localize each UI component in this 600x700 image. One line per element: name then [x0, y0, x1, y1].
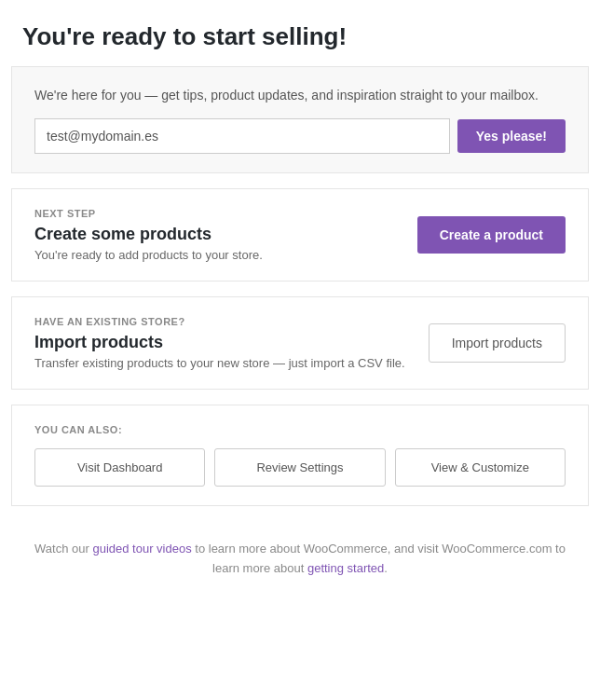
email-input[interactable]	[34, 118, 450, 154]
also-label: YOU CAN ALSO:	[34, 424, 566, 435]
create-product-button[interactable]: Create a product	[417, 216, 566, 254]
newsletter-description: We're here for you — get tips, product u…	[34, 86, 566, 105]
page-title: You're ready to start selling!	[0, 0, 600, 66]
import-title: Import products	[34, 333, 405, 352]
import-products-button[interactable]: Import products	[429, 323, 566, 363]
view-customize-button[interactable]: View & Customize	[395, 448, 566, 487]
next-step-label: NEXT STEP	[34, 208, 263, 219]
existing-store-section: HAVE AN EXISTING STORE? Import products …	[11, 296, 589, 390]
footer: Watch our guided tour videos to learn mo…	[0, 521, 600, 597]
next-step-info: NEXT STEP Create some products You're re…	[34, 208, 263, 262]
import-description: Transfer existing products to your new s…	[34, 356, 405, 370]
newsletter-form: Yes please!	[34, 118, 566, 154]
newsletter-section: We're here for you — get tips, product u…	[11, 66, 589, 173]
next-step-description: You're ready to add products to your sto…	[34, 248, 263, 262]
next-step-title: Create some products	[34, 225, 263, 244]
visit-dashboard-button[interactable]: Visit Dashboard	[34, 448, 205, 487]
next-step-section: NEXT STEP Create some products You're re…	[11, 188, 589, 281]
review-settings-button[interactable]: Review Settings	[214, 448, 385, 487]
also-section: YOU CAN ALSO: Visit Dashboard Review Set…	[11, 405, 589, 506]
yes-please-button[interactable]: Yes please!	[457, 119, 566, 153]
also-buttons: Visit Dashboard Review Settings View & C…	[34, 448, 566, 487]
existing-store-info: HAVE AN EXISTING STORE? Import products …	[34, 316, 405, 370]
footer-suffix: .	[384, 561, 388, 575]
guided-tour-link[interactable]: guided tour videos	[92, 542, 191, 556]
getting-started-link[interactable]: getting started	[307, 561, 384, 575]
footer-prefix: Watch our	[34, 542, 92, 556]
existing-store-label: HAVE AN EXISTING STORE?	[34, 316, 405, 327]
